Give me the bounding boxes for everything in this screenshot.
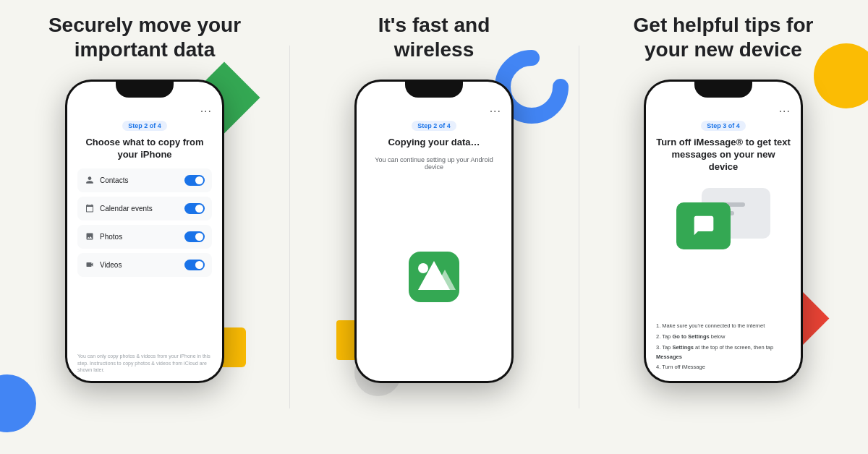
toggle-photos[interactable]: Photos — [77, 225, 212, 249]
phone-1: ··· Step 2 of 4 Choose what to copy from… — [65, 80, 224, 383]
card-front — [676, 202, 731, 249]
screen-subtitle-2: You can continue setting up your Android… — [367, 156, 501, 171]
panel-1: Securely move your important data ··· St… — [0, 0, 289, 454]
panel-3-title: Get helpful tips for your new device — [634, 13, 814, 61]
panel-1-title-line1: Securely move your — [48, 14, 241, 36]
phone-1-screen: ··· Step 2 of 4 Choose what to copy from… — [67, 82, 222, 381]
step-badge-2: Step 2 of 4 — [412, 121, 456, 131]
step-2-bold: Go to Settings — [672, 333, 709, 340]
panel-1-title-line2: important data — [75, 38, 215, 61]
panel-3: Get helpful tips for your new device ···… — [579, 0, 868, 454]
main-scene: Securely move your important data ··· St… — [0, 0, 868, 454]
step-badge-3: Step 3 of 4 — [701, 121, 746, 131]
screen-title-3: Turn off iMessage® to get text messages … — [656, 137, 791, 174]
videos-icon — [85, 260, 95, 270]
toggle-photos-switch[interactable] — [184, 231, 205, 242]
dots-menu-3: ··· — [656, 105, 791, 118]
toggle-contacts-left: Contacts — [85, 175, 128, 185]
toggle-calendar-switch[interactable] — [184, 203, 205, 214]
photos-icon — [85, 231, 95, 241]
screen-title-1: Choose what to copy from your iPhone — [77, 137, 212, 161]
phone-3: ··· Step 3 of 4 Turn off iMessage® to ge… — [644, 80, 803, 383]
videos-label: Videos — [100, 261, 122, 269]
toggle-videos[interactable]: Videos — [77, 253, 212, 277]
toggle-calendar[interactable]: Calendar events — [77, 197, 212, 220]
dots-2: ··· — [490, 105, 501, 118]
toggle-contacts-switch[interactable] — [184, 175, 205, 186]
phone-1-notch — [116, 82, 174, 98]
phone-2-screen: ··· Step 2 of 4 Copying your data… You c… — [357, 82, 511, 381]
dots-menu-1: ··· — [77, 105, 212, 118]
message-icon — [692, 214, 715, 237]
phone-3-content: ··· Step 3 of 4 Turn off iMessage® to ge… — [646, 98, 801, 381]
toggle-photos-left: Photos — [85, 231, 122, 241]
screen-footnote-1: You can only copy photos & videos from y… — [77, 347, 212, 374]
photos-label: Photos — [100, 233, 122, 241]
imessage-illustration — [656, 181, 791, 317]
blue-circle-shape — [0, 374, 36, 432]
step-badge-1: Step 2 of 4 — [122, 121, 167, 131]
phone-2-notch — [405, 82, 463, 98]
panel-2-title-line2: wireless — [394, 38, 475, 61]
step-item-3: 3. Tap Settings at the top of the screen… — [656, 343, 791, 362]
calendar-icon — [85, 203, 95, 213]
phone-3-wrapper: ··· Step 3 of 4 Turn off iMessage® to ge… — [644, 80, 803, 383]
step-item-2: 2. Tap Go to Settings below — [656, 333, 791, 342]
contacts-label: Contacts — [100, 176, 128, 184]
phone-3-notch — [694, 82, 752, 98]
screen-title-2: Copying your data… — [367, 137, 501, 149]
toggle-videos-switch[interactable] — [184, 260, 205, 270]
steps-list: 1. Make sure you're connected to the int… — [656, 322, 791, 374]
svg-point-3 — [418, 263, 428, 273]
step-item-4: 4. Turn off iMessage — [656, 363, 791, 372]
dots-3: ··· — [779, 105, 791, 118]
panel-2-title: It's fast and wireless — [378, 13, 490, 61]
panel-2-title-line1: It's fast and — [378, 14, 490, 36]
phone-2-wrapper: ··· Step 2 of 4 Copying your data… You c… — [354, 80, 514, 383]
calendar-label: Calendar events — [100, 205, 153, 213]
toggle-contacts[interactable]: Contacts — [77, 168, 212, 192]
mountain-icon — [405, 248, 463, 306]
step-3-bold-settings: Settings — [672, 344, 694, 351]
panel-1-title: Securely move your important data — [48, 13, 241, 61]
step-item-1: 1. Make sure you're connected to the int… — [656, 322, 791, 331]
toggle-calendar-left: Calendar events — [85, 203, 153, 213]
panel-3-title-line2: your new device — [644, 38, 802, 61]
step-3-bold-messages: Messages — [656, 354, 682, 360]
toggle-videos-left: Videos — [85, 260, 122, 270]
contacts-icon — [85, 175, 95, 185]
toggle-list: Contacts Calendar events — [77, 168, 212, 277]
dots-1: ··· — [200, 105, 212, 118]
panel-2: It's fast and wireless ··· Step 2 of 4 C… — [289, 0, 579, 454]
phone-2: ··· Step 2 of 4 Copying your data… You c… — [354, 80, 514, 383]
dots-menu-2: ··· — [367, 105, 501, 118]
yellow-circle-shape-p3 — [814, 43, 868, 108]
panel-3-title-line1: Get helpful tips for — [634, 14, 814, 36]
phone-3-screen: ··· Step 3 of 4 Turn off iMessage® to ge… — [646, 82, 801, 381]
phone-1-wrapper: ··· Step 2 of 4 Choose what to copy from… — [65, 80, 224, 383]
phone-1-content: ··· Step 2 of 4 Choose what to copy from… — [67, 98, 222, 381]
copying-illustration — [367, 179, 501, 374]
phone-2-content: ··· Step 2 of 4 Copying your data… You c… — [357, 98, 511, 381]
